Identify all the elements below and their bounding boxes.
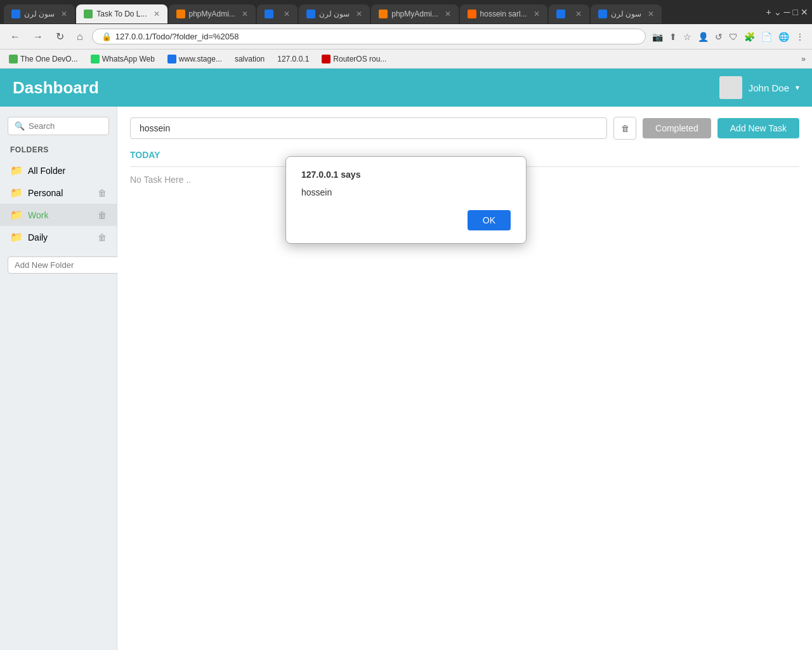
sync-icon[interactable]: ↺ <box>714 30 724 43</box>
sidebar-search[interactable]: 🔍 <box>8 117 109 135</box>
tab-4-close[interactable]: ✕ <box>284 10 290 18</box>
forward-btn[interactable]: → <box>29 30 47 44</box>
sidebar-item-work[interactable]: 📁 Work 🗑 <box>0 204 117 226</box>
tab-3[interactable]: phpMyAdmi... ✕ <box>169 4 256 23</box>
folder-name-all: All Folder <box>28 166 107 176</box>
tab-3-favicon <box>176 10 185 18</box>
add-new-task-button[interactable]: Add New Task <box>717 118 799 138</box>
app-header: Dashboard John Doe ▾ <box>0 69 812 107</box>
bookmarks-bar: The One DevO... WhatsApp Web www.stage..… <box>0 50 812 69</box>
tab-1-favicon <box>11 10 20 18</box>
tab-8[interactable]: ✕ <box>549 4 589 23</box>
folder-icon: 📁 <box>10 164 23 176</box>
sidebar: 🔍 FOLDERS 📁 All Folder 📁 Personal 🗑 📁 Wo… <box>0 107 117 650</box>
tab-5-favicon <box>306 10 315 18</box>
folder-icon-work: 📁 <box>10 209 23 221</box>
chevron-down-icon: ▾ <box>796 83 799 92</box>
tab-1[interactable]: سون لرن ✕ <box>4 4 75 23</box>
tab-2[interactable]: Task To Do L... ✕ <box>76 4 167 23</box>
profile-icon[interactable]: 👤 <box>697 30 710 43</box>
bookmark-4[interactable]: salvation <box>232 53 267 65</box>
bookmark-3[interactable]: www.stage... <box>165 53 225 65</box>
tab-7-close[interactable]: ✕ <box>534 10 540 18</box>
close-window-btn[interactable]: ✕ <box>801 7 808 17</box>
bookmark-icon[interactable]: ☆ <box>682 30 693 43</box>
bookmark-2-whatsapp[interactable]: WhatsApp Web <box>88 53 157 65</box>
tab-6[interactable]: phpMyAdmi... ✕ <box>371 4 458 23</box>
menu-icon[interactable]: ⋮ <box>794 30 806 43</box>
tab-4[interactable]: ✕ <box>257 4 298 23</box>
reload-btn[interactable]: ↻ <box>52 29 68 44</box>
shield-icon[interactable]: 🛡 <box>728 30 739 43</box>
dialog-ok-button[interactable]: OK <box>468 210 511 230</box>
bookmark-6-label: RouterOS rou... <box>333 55 386 63</box>
folder-icon-personal: 📁 <box>10 187 23 199</box>
tab-3-close[interactable]: ✕ <box>242 10 248 18</box>
tab-3-title: phpMyAdmi... <box>189 10 235 18</box>
tab-2-close[interactable]: ✕ <box>154 10 160 18</box>
bookmark-3-icon <box>167 55 176 63</box>
tab-9-close[interactable]: ✕ <box>648 10 654 18</box>
folder-name-daily: Daily <box>28 232 93 242</box>
bookmark-6[interactable]: RouterOS rou... <box>319 53 389 65</box>
bookmark-6-icon <box>322 55 331 63</box>
bookmark-5[interactable]: 127.0.0.1 <box>275 53 311 65</box>
back-btn[interactable]: ← <box>6 30 24 44</box>
delete-daily-icon[interactable]: 🗑 <box>98 232 107 242</box>
minimize-btn[interactable]: ─ <box>784 7 790 17</box>
tab-9[interactable]: سون لرن ✕ <box>591 4 662 23</box>
new-tab-btn[interactable]: + <box>766 7 771 17</box>
tab-list-btn[interactable]: ⌄ <box>774 7 782 17</box>
extensions-icon[interactable]: 🧩 <box>743 30 756 43</box>
address-bar[interactable]: 🔒 127.0.0.1/Todo/?folder_id=%2058 <box>92 29 646 44</box>
reader-icon[interactable]: 📄 <box>760 30 773 43</box>
nav-icons: 📷 ⬆ ☆ 👤 ↺ 🛡 🧩 📄 🌐 ⋮ <box>651 30 806 43</box>
add-folder-input[interactable] <box>8 256 128 274</box>
dialog-title: 127.0.0.1 says <box>301 169 511 180</box>
app-title: Dashboard <box>13 78 99 98</box>
trash-icon: 🗑 <box>621 124 629 133</box>
home-btn[interactable]: ⌂ <box>73 30 87 44</box>
bookmark-1[interactable]: The One DevO... <box>6 53 81 65</box>
tab-8-close[interactable]: ✕ <box>575 10 582 18</box>
search-icon: 🔍 <box>15 121 25 131</box>
address-text[interactable]: 127.0.0.1/Todo/?folder_id=%2058 <box>115 32 636 41</box>
bookmarks-more[interactable]: » <box>801 55 806 63</box>
folders-label: FOLDERS <box>0 145 117 154</box>
user-menu[interactable]: John Doe ▾ <box>719 76 799 99</box>
screenshot-icon[interactable]: 📷 <box>651 30 664 43</box>
delete-personal-icon[interactable]: 🗑 <box>98 188 107 198</box>
task-search-input[interactable] <box>130 117 607 139</box>
dialog-message: hossein <box>301 187 511 197</box>
sidebar-item-personal[interactable]: 📁 Personal 🗑 <box>0 182 117 204</box>
tab-9-title: سون لرن <box>611 10 641 18</box>
tab-6-favicon <box>379 10 388 18</box>
bookmark-2-icon <box>91 55 100 63</box>
sidebar-item-all-folder[interactable]: 📁 All Folder <box>0 159 117 182</box>
tab-5[interactable]: سون لرن ✕ <box>299 4 370 23</box>
browser-chrome: سون لرن ✕ Task To Do L... ✕ phpMyAdmi...… <box>0 0 812 69</box>
tab-6-title: phpMyAdmi... <box>391 10 438 18</box>
tab-1-title: سون لرن <box>24 10 55 18</box>
alert-dialog: 127.0.0.1 says hossein OK <box>285 156 527 244</box>
bookmark-1-icon <box>9 55 18 63</box>
browser-avatar[interactable]: 🌐 <box>777 30 790 43</box>
search-input[interactable] <box>29 121 102 131</box>
delete-task-button[interactable]: 🗑 <box>613 117 636 140</box>
tab-7[interactable]: hossein sarl... ✕ <box>460 4 547 23</box>
tab-controls: + ⌄ ─ □ ✕ <box>766 7 808 21</box>
tab-6-close[interactable]: ✕ <box>445 10 451 18</box>
maximize-btn[interactable]: □ <box>793 7 798 17</box>
folder-icon-daily: 📁 <box>10 231 23 243</box>
app-container: 127.0.0.1 says hossein OK Dashboard John… <box>0 69 812 650</box>
tab-5-close[interactable]: ✕ <box>356 10 362 18</box>
tab-5-title: سون لرن <box>319 10 350 18</box>
share-icon[interactable]: ⬆ <box>668 30 678 43</box>
completed-button[interactable]: Completed <box>643 118 711 138</box>
tab-7-favicon <box>468 10 476 18</box>
tab-1-close[interactable]: ✕ <box>61 10 67 18</box>
delete-work-icon[interactable]: 🗑 <box>98 210 107 220</box>
folder-name-work: Work <box>28 210 93 220</box>
sidebar-item-daily[interactable]: 📁 Daily 🗑 <box>0 226 117 248</box>
address-secure-icon: 🔒 <box>102 32 112 41</box>
